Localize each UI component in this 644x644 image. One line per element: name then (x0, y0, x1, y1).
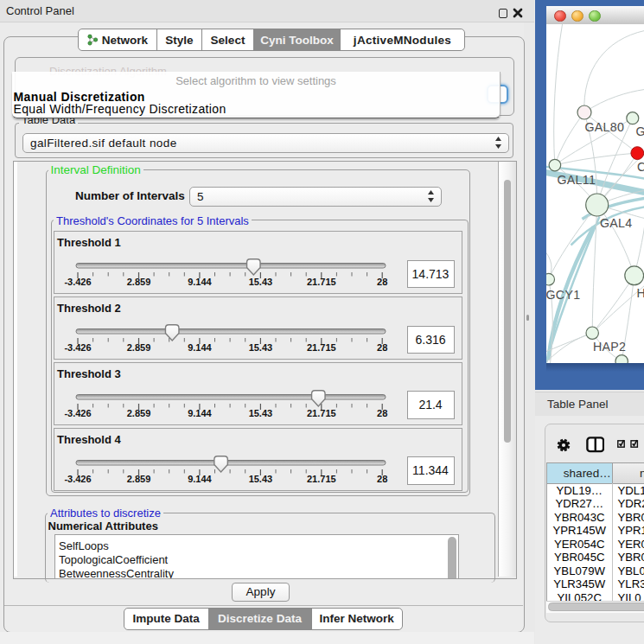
svg-text:21.715: 21.715 (307, 342, 336, 353)
svg-text:GA: GA (635, 124, 644, 138)
svg-text:9.144: 9.144 (188, 277, 212, 287)
svg-text:9.144: 9.144 (188, 473, 212, 483)
svg-text:CD: CD (637, 160, 644, 174)
svg-text:28: 28 (377, 342, 387, 353)
svg-text:HAP2: HAP2 (593, 339, 626, 353)
svg-text:2.859: 2.859 (127, 342, 151, 353)
svg-text:-3.426: -3.426 (64, 473, 91, 483)
svg-text:15.43: 15.43 (249, 277, 273, 287)
svg-text:2.859: 2.859 (127, 277, 151, 287)
svg-text:9.144: 9.144 (188, 342, 212, 353)
svg-text:GAL80: GAL80 (584, 119, 624, 133)
svg-text:21.715: 21.715 (307, 277, 336, 287)
svg-text:21.715: 21.715 (307, 473, 336, 483)
svg-text:HI: HI (636, 286, 644, 300)
svg-text:GAL11: GAL11 (557, 172, 596, 186)
svg-text:-3.426: -3.426 (64, 277, 91, 287)
svg-text:GCY1: GCY1 (546, 287, 580, 301)
svg-text:-3.426: -3.426 (64, 407, 91, 418)
svg-text:28: 28 (377, 407, 387, 418)
svg-text:9.144: 9.144 (188, 407, 212, 418)
svg-text:2.859: 2.859 (127, 407, 151, 418)
svg-text:28: 28 (377, 277, 387, 287)
svg-text:15.43: 15.43 (249, 342, 273, 353)
svg-text:2.859: 2.859 (127, 473, 151, 483)
svg-text:15.43: 15.43 (249, 473, 273, 483)
svg-text:-3.426: -3.426 (64, 342, 91, 353)
svg-text:15.43: 15.43 (249, 407, 273, 418)
svg-text:28: 28 (377, 473, 387, 483)
svg-text:21.715: 21.715 (307, 407, 336, 418)
svg-text:GAL4: GAL4 (600, 216, 632, 230)
